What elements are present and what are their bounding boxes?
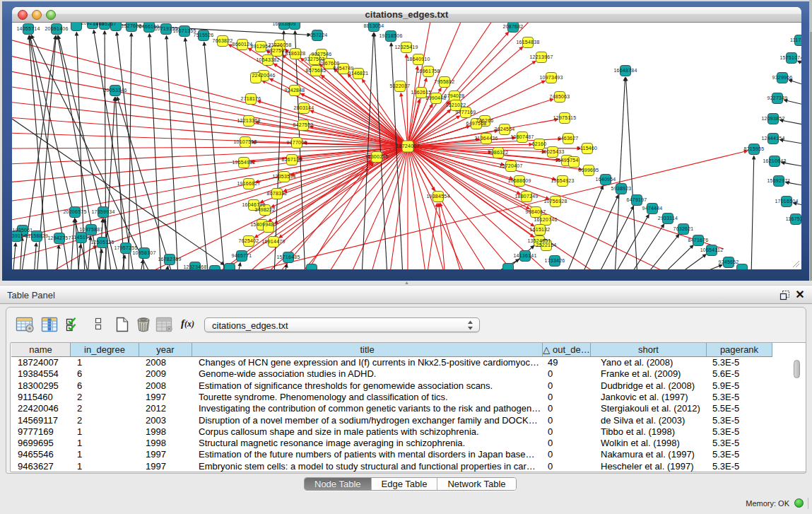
cell-pagerank: 5.3E-5 <box>712 415 772 427</box>
table-header-row[interactable]: namein_degreeyeartitle△ out_de…shortpage… <box>11 343 806 357</box>
cell-pagerank: 5.3E-5 <box>712 426 772 438</box>
graph-node-label: 7663822 <box>212 38 233 43</box>
float-panel-icon[interactable] <box>779 290 790 300</box>
citation-network-graph[interactable]: 1405571420691406209271991065526715276026… <box>12 23 801 269</box>
graph-node-label: 8660124 <box>232 42 252 47</box>
edge-arrowhead <box>278 234 283 238</box>
graph-node[interactable] <box>71 23 82 31</box>
graph-node-label: 9115460 <box>577 146 597 151</box>
table-row[interactable]: 2242004622012Investigating the contribut… <box>11 403 806 415</box>
cell-out_de: 0 <box>548 392 591 404</box>
column-header-out_de[interactable]: △ out_de… <box>543 343 591 357</box>
graph-node-label: 6497568 <box>466 121 486 126</box>
cell-year: 1997 <box>146 392 192 404</box>
delete-icon[interactable] <box>136 317 151 332</box>
tab-edge-table[interactable]: Edge Table <box>372 478 438 490</box>
table-row[interactable]: 1456911722003Disruption of a novel membe… <box>11 415 806 427</box>
column-header-pagerank[interactable]: pagerank <box>707 343 772 357</box>
cell-name: 18300295 <box>18 380 71 392</box>
edge-arrowhead <box>165 35 169 39</box>
graph-node-label: 8267130 <box>281 157 302 162</box>
edge-arrowhead <box>439 202 442 207</box>
table-row[interactable]: 946362711997Embryonic stem cells: a mode… <box>11 461 806 472</box>
column-header-year[interactable]: year <box>139 343 192 357</box>
graph-node-label: 16120746 <box>534 217 557 222</box>
function-icon[interactable]: f(x) <box>181 317 194 329</box>
edge-arrowhead <box>530 223 535 227</box>
table-settings-icon[interactable] <box>16 317 35 332</box>
citation-edge-black <box>565 188 602 269</box>
cell-pagerank: 5.5E-5 <box>712 403 772 415</box>
table-row[interactable]: 1938455462009Genome-wide association stu… <box>11 368 806 380</box>
table-row[interactable]: 1830029562008Estimation of significance … <box>11 380 806 392</box>
rows-icon[interactable] <box>93 317 103 331</box>
citation-edge-ray <box>12 117 408 146</box>
graph-node-label: 10655267 <box>93 23 116 26</box>
splitter-handle-icon[interactable]: ▲ <box>404 281 410 284</box>
table-scrollbar-thumb[interactable] <box>794 360 800 378</box>
edge-arrowhead <box>417 98 420 103</box>
table-columns-icon[interactable] <box>41 317 59 332</box>
graph-node-label: 9463627 <box>558 136 578 141</box>
citation-edge <box>439 206 445 269</box>
new-file-icon[interactable] <box>114 317 130 332</box>
graph-node-label: 16046798 <box>242 202 265 207</box>
cell-name: 9463627 <box>18 461 71 472</box>
citation-edge-black <box>787 100 801 105</box>
graph-node-label: 9329966 <box>772 75 792 80</box>
graph-node-label: 1362615 <box>411 90 431 95</box>
column-header-title[interactable]: title <box>192 343 543 357</box>
resize-grip-icon[interactable] <box>792 259 800 268</box>
cell-title: Estimation of significance thresholds fo… <box>199 380 543 392</box>
column-header-name[interactable]: name <box>11 343 71 357</box>
graph-node-label: 7515526 <box>193 33 213 37</box>
edge-arrowhead <box>129 32 134 36</box>
citation-edge-black <box>784 163 801 167</box>
cell-pagerank: 5.3E-5 <box>712 461 772 472</box>
tab-network-table[interactable]: Network Table <box>437 478 515 490</box>
table-row[interactable]: 1872400712008Changes of HCN gene express… <box>11 357 806 369</box>
edge-arrowhead <box>220 261 225 265</box>
table-row[interactable]: 946554611997Estimation of the future num… <box>11 449 806 461</box>
graph-node-label: 1117271 <box>790 37 801 42</box>
table-row[interactable]: 911546021997Tourette syndrome. Phenomeno… <box>11 392 806 404</box>
table-source-dropdown[interactable]: citations_edges.txt <box>204 317 480 332</box>
graph-node-label: 12213967 <box>529 54 553 59</box>
window-title: citations_edges.txt <box>12 9 801 20</box>
cell-title: Genome-wide association studies in ADHD. <box>199 368 543 380</box>
table-import-icon[interactable] <box>66 317 80 332</box>
close-panel-icon[interactable]: ✕ <box>794 288 806 301</box>
graph-node[interactable] <box>503 264 514 270</box>
network-view-canvas[interactable]: 1405571420691406209271991065526715276026… <box>12 23 801 269</box>
graph-node-label: 23226058 <box>268 42 291 47</box>
graph-node[interactable] <box>225 264 235 270</box>
graph-node[interactable] <box>737 264 748 270</box>
edge-arrowhead <box>273 63 278 67</box>
cell-in_degree: 1 <box>77 438 139 450</box>
citation-edge-black <box>782 140 801 144</box>
cell-out_de: 0 <box>548 426 591 438</box>
graph-node-label: 2933114 <box>658 216 678 221</box>
cell-year: 1998 <box>146 438 192 450</box>
edge-arrowhead <box>34 242 38 246</box>
table-row[interactable]: 969969511998Structural magnetic resonanc… <box>11 438 806 450</box>
table-row[interactable]: 977716911998Corpus callosum shape and si… <box>11 426 806 438</box>
column-header-in_degree[interactable]: in_degree <box>71 343 139 357</box>
graph-node-label: 9177006 <box>286 140 307 145</box>
table-panel: Table Panel ✕ <box>0 285 812 514</box>
edge-arrowhead <box>284 263 288 267</box>
graph-node-label: 2522154 <box>536 243 556 247</box>
status-bar: Memory: OK <box>0 497 812 514</box>
graph-node-label: 12975115 <box>553 115 577 120</box>
graph-node[interactable] <box>307 264 317 270</box>
tab-node-table[interactable]: Node Table <box>305 478 372 490</box>
node-table[interactable]: namein_degreeyeartitle△ out_de…shortpage… <box>10 342 806 472</box>
column-header-short[interactable]: short <box>591 343 707 357</box>
graph-node-label: 6479197 <box>626 197 647 202</box>
cell-pagerank: 5.9E-5 <box>712 380 772 392</box>
table-scrollbar[interactable] <box>794 358 800 470</box>
graph-node[interactable] <box>210 266 220 270</box>
table-panel-titlebar[interactable]: Table Panel ✕ <box>0 285 812 304</box>
edge-arrowhead <box>13 242 18 246</box>
network-window-titlebar[interactable]: citations_edges.txt <box>12 7 801 23</box>
